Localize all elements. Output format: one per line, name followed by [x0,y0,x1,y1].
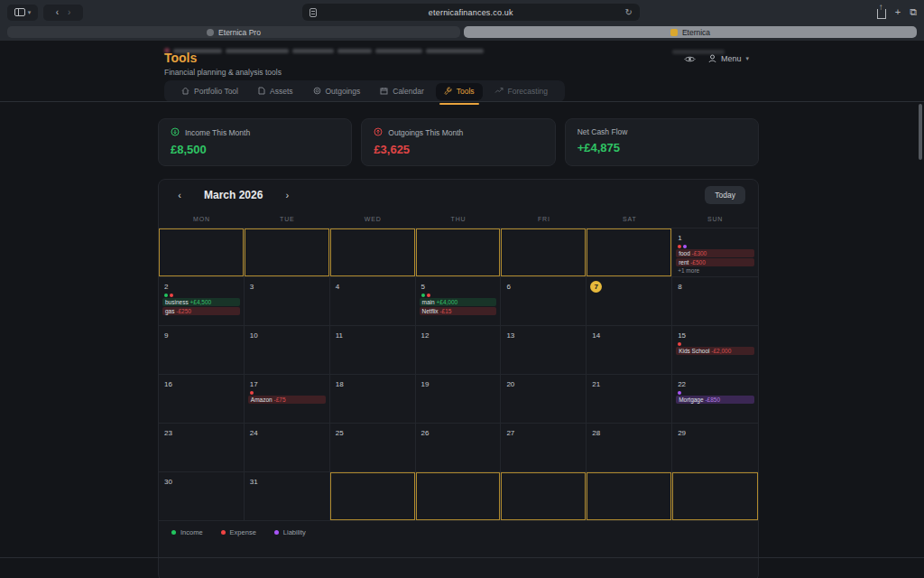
tab-overview-icon[interactable]: ⧉ [910,7,917,17]
browser-tab-eternica-pro[interactable]: Eternica Pro [7,26,460,38]
day-cell-27[interactable]: 27 [501,423,587,471]
stat-card-outgoings-this-month: Outgoings This Month£3,625 [361,118,555,166]
stat-label: Income This Month [185,128,250,137]
day-cell-3[interactable]: 3 [245,276,330,325]
forward-icon[interactable]: › [68,7,70,17]
day-number: 17 [250,378,262,390]
today-button[interactable]: Today [705,186,745,204]
next-month-icon[interactable]: › [279,190,295,200]
liability-dot-icon [683,245,687,248]
day-cell-17[interactable]: 17Amazon -£75 [245,374,330,423]
menu-button[interactable]: Menu ▾ [708,54,749,63]
calendar-legend: IncomeExpenseLiability [159,520,758,544]
scrollbar-thumb[interactable] [919,104,922,160]
day-cell-outside [416,471,502,520]
event-business[interactable]: business +£4,500 [162,298,240,306]
legend-item-expense: Expense [221,528,256,536]
legend-item-liability: Liability [274,528,306,536]
day-cell-outside [159,228,245,276]
page-settings-icon[interactable] [310,8,317,17]
day-cell-1[interactable]: 1food -£300rent -£500+1 more [672,228,758,276]
file-icon [258,87,265,97]
day-cell-21[interactable]: 21 [587,374,672,423]
day-cell-30[interactable]: 30 [159,471,245,520]
day-cell-20[interactable]: 20 [501,374,587,423]
event-amount: -£250 [176,308,191,314]
event-amazon[interactable]: Amazon -£75 [248,396,326,404]
share-icon[interactable] [877,9,886,19]
day-cell-22[interactable]: 22Mortgage -£850 [672,374,758,423]
income-dot-icon [164,294,168,297]
divider [0,101,924,102]
day-cell-24[interactable]: 24 [245,423,330,471]
day-cell-7[interactable]: 7 [587,276,672,325]
day-cell-outside [330,228,416,276]
day-cell-19[interactable]: 19 [416,374,502,423]
event-gas[interactable]: gas -£250 [162,307,240,315]
event-amount: +£4,500 [189,299,211,305]
day-cell-16[interactable]: 16 [159,374,245,423]
day-cell-14[interactable]: 14 [587,325,672,374]
stats-row: Income This Month£8,500Outgoings This Mo… [158,118,759,166]
more-events-link[interactable]: +1 more [678,267,758,274]
tab-forecasting[interactable]: Forecasting [486,83,556,99]
app-window: ▾ ‹ › eternicafinances.co.uk ↻ + ⧉ Etern… [0,0,924,578]
prev-month-icon[interactable]: ‹ [171,190,188,200]
event-netflix[interactable]: Netflix -£15 [420,307,497,315]
day-cell-25[interactable]: 25 [330,423,416,471]
day-cell-18[interactable]: 18 [330,374,416,423]
day-cell-outside [587,228,672,276]
expense-dot-icon [221,530,226,535]
event-amount: -£300 [692,250,707,256]
day-number: 15 [678,330,689,341]
tab-portfolio-tool[interactable]: Portfolio Tool [173,83,246,100]
event-main[interactable]: main +£4,000 [420,298,497,306]
day-cell-8[interactable]: 8 [672,276,758,325]
menu-label: Menu [721,54,742,63]
day-cell-5[interactable]: 5main +£4,000Netflix -£15 [416,276,502,325]
eye-icon[interactable] [684,55,696,63]
day-cell-29[interactable]: 29 [672,423,758,471]
event-food[interactable]: food -£300 [676,249,754,257]
legend-item-income: Income [171,528,203,536]
day-number: 27 [506,427,518,439]
address-bar[interactable]: eternicafinances.co.uk ↻ [302,4,640,21]
home-icon [181,87,189,97]
day-number: 3 [250,281,262,293]
day-cell-11[interactable]: 11 [330,325,416,374]
day-cell-6[interactable]: 6 [501,276,587,325]
day-cell-28[interactable]: 28 [587,423,672,471]
tab-tools[interactable]: Tools [436,83,483,100]
browser-tab-eternica[interactable]: Eternica [464,26,917,38]
tab-assets[interactable]: Assets [250,83,301,100]
day-cell-2[interactable]: 2business +£4,500gas -£250 [159,276,245,325]
day-cell-23[interactable]: 23 [159,423,245,471]
day-cell-31[interactable]: 31 [245,471,330,520]
day-cell-13[interactable]: 13 [501,325,587,374]
day-cell-4[interactable]: 4 [330,276,416,325]
event-rent[interactable]: rent -£500 [676,258,754,266]
day-cell-12[interactable]: 12 [416,325,502,374]
tab-calendar[interactable]: Calendar [372,83,432,100]
arrow-down-circle-icon [171,127,180,138]
sidebar-toggle-button[interactable]: ▾ [7,5,38,21]
day-cell-15[interactable]: 15Kids School -£2,000 [672,325,758,374]
day-cell-10[interactable]: 10 [245,325,330,374]
legend-label: Expense [230,528,256,536]
divider [0,557,924,558]
reload-icon[interactable]: ↻ [625,7,633,17]
tab-outgoings[interactable]: Outgoings [305,83,369,100]
day-number: 10 [250,330,262,341]
new-tab-icon[interactable]: + [895,7,901,17]
toolbar-right: + ⧉ [877,4,917,21]
day-number: 2 [164,281,176,293]
back-icon[interactable]: ‹ [56,7,59,17]
event-mortgage[interactable]: Mortgage -£850 [676,396,754,404]
day-cell-9[interactable]: 9 [159,325,245,374]
day-number: 31 [250,476,262,488]
liability-dot-icon [274,530,279,535]
event-name: Mortgage [679,396,703,403]
event-kids-school[interactable]: Kids School -£2,000 [676,347,754,355]
day-number: 28 [592,427,604,439]
day-cell-26[interactable]: 26 [416,423,502,471]
